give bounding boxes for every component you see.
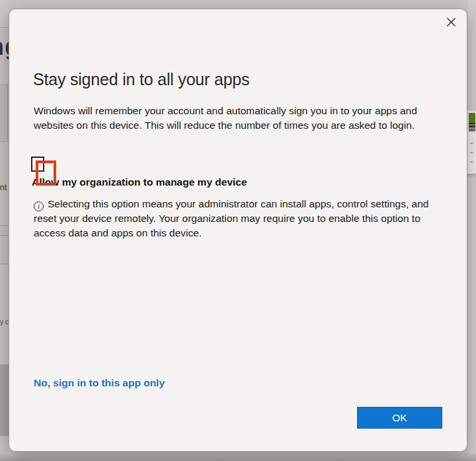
background-list-tick [470, 143, 473, 144]
info-note: iSelecting this option means your admini… [34, 197, 428, 240]
backdrop-right-strip [468, 0, 476, 461]
dialog-description: Windows will remember your account and a… [34, 104, 417, 132]
sign-in-this-app-only-link[interactable]: No, sign in to this app only [34, 377, 165, 389]
ok-button[interactable]: OK [357, 407, 442, 429]
organization-manage-checkbox[interactable] [31, 157, 44, 172]
background-row-fragment [0, 225, 9, 264]
backdrop-bottom-shade [0, 453, 476, 461]
background-list-tick [470, 152, 473, 153]
background-header-fragment [0, 0, 9, 28]
info-note-text: Selecting this option means your adminis… [34, 198, 428, 238]
stay-signed-in-dialog: Stay signed in to all your apps Windows … [9, 9, 467, 452]
background-card-fragment [0, 85, 8, 142]
close-button[interactable] [441, 12, 461, 32]
checkbox-label: Allow my organization to manage my devic… [32, 176, 247, 188]
close-icon [446, 17, 456, 27]
info-icon: i [34, 201, 44, 211]
background-clipped-text: nt [0, 183, 7, 192]
background-divider [0, 235, 9, 236]
background-list-tick [470, 161, 473, 162]
background-clipped-text-small: y c [0, 318, 9, 326]
dialog-title: Stay signed in to all your apps [33, 70, 249, 89]
background-dark-fragment [0, 365, 9, 436]
spreadsheet-doc-icon [469, 113, 475, 131]
